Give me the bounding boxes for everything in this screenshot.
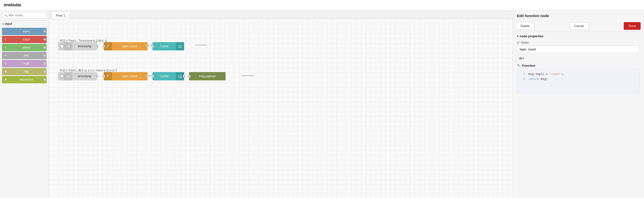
websocket-label: websocket [9,78,44,81]
port-http [44,70,46,73]
sidebar-node-catch[interactable]: !catch [2,36,46,43]
arrow-icon: ⇒ [64,42,72,50]
main-layout: 🔍 ▾ input →inject!catch!status⇌link)mqtt… [0,10,644,198]
function-section-label: 🔧 Function [517,64,640,67]
function-label-1: topic: count [112,44,148,48]
code-lines: 1msg.topic = "count";2return msg; [520,72,636,82]
canvas-node-msgpayload[interactable]: msg.payload [189,72,226,80]
port-link [44,54,46,57]
canvas-node-cache-1[interactable]: Cache 🗂 [152,42,184,50]
inject-icon: → [2,28,9,35]
code-line: 2return msg; [520,76,636,81]
right-port [183,75,186,78]
line-number: 1 [520,72,525,76]
tab-bar: Flow 1 [49,10,512,19]
sidebar: 🔍 ▾ input →inject!catch!status⇌link)mqtt… [0,10,49,198]
right-port [96,75,98,78]
line-content: return msg; [528,76,548,81]
arrow-icon: ⇒ [64,72,72,80]
chevron-down-icon: ▾ [2,23,4,25]
inject-label: inject [9,30,44,33]
done-button[interactable]: Done [624,22,640,30]
canvas-node-timestamp-1[interactable]: ⇒ timestamp [58,42,97,50]
line-content: msg.topic = "count"; [528,72,564,76]
right-port [146,45,149,48]
tag-icon: 🏷 [517,41,520,44]
sidebar-section-label: input [5,22,12,25]
msgpayload-label: msg.payload [189,74,226,78]
timestamp-label-1: timestamp [72,44,97,48]
http-label: http [9,70,44,73]
function-label-text: Function [522,64,536,67]
name-label-text: Name [521,41,529,44]
name-input[interactable] [517,45,640,53]
function-label-2: topic: count [112,74,148,78]
filter-input[interactable] [2,12,46,18]
right-panel: Edit function node Delete Done Cancel ▾ … [512,10,644,198]
rp-header: Edit function node [512,10,644,20]
icon-select-button[interactable]: ▤ ▾ [517,55,526,61]
right-port [146,75,149,78]
sidebar-node-mqtt[interactable]: )mqtt [2,60,46,67]
link-label: link [9,54,44,57]
rp-props-section: ▾ node properties 🏷 Name ▤ ▾ 🔧 Function … [512,32,644,96]
port-catch [44,38,46,41]
port-inject [44,30,46,33]
line-number: 2 [520,76,525,81]
canvas-area: Flow 1 特定のTopicにTimestampを記録する [49,10,512,198]
tab-flow1[interactable]: Flow 1 [52,12,69,19]
wrench-icon: 🔧 [517,64,521,67]
mqtt-label: mqtt [9,62,44,65]
port-websocket [44,78,46,81]
chevron-down-icon: ▾ [517,35,518,37]
code-editor[interactable]: 1msg.topic = "count";2return msg; [517,69,640,93]
cache-label-1: Cache [152,44,176,48]
app-logo: enebular [4,2,21,7]
cache-label-2: Cache [152,74,176,78]
link-icon: ⇌ [2,52,9,59]
canvas[interactable]: 特定のTopicにTimestampを記録する ⇒ timestamp f to… [49,19,512,198]
status-icon: ! [2,44,9,51]
http-icon: ✦ [2,68,9,75]
sidebar-node-http[interactable]: ✦http [2,68,46,75]
sidebar-node-status[interactable]: !status [2,44,46,51]
delete-button[interactable]: Delete [516,22,534,30]
tab-flow1-label: Flow 1 [56,14,65,17]
canvas-node-cache-2[interactable]: Cache 🗂 [152,72,184,80]
right-port [96,45,98,48]
canvas-node-timestamp-2[interactable]: ⇒ timestamp [58,72,97,80]
filter-wrap: 🔍 [0,10,48,21]
checkbox-icon[interactable] [60,44,64,48]
status-label: status [9,46,44,49]
node-properties-header[interactable]: ▾ node properties [517,34,640,38]
rp-actions: Delete Done Cancel [512,20,644,32]
port-status [44,46,46,49]
checkbox-icon[interactable] [60,74,64,78]
timestamp-label-2: timestamp [72,74,97,78]
name-field-label: 🏷 Name [517,41,640,44]
websocket-icon: ✦ [2,76,9,83]
sidebar-node-websocket[interactable]: ✦websocket [2,76,46,83]
port-mqtt [44,62,46,65]
node-properties-label: node properties [520,34,544,38]
sidebar-node-inject[interactable]: →inject [2,28,46,35]
catch-icon: ! [2,36,9,43]
topbar: enebular [0,0,644,10]
mqtt-icon: ) [2,60,9,67]
catch-label: catch [9,38,44,41]
cancel-button[interactable]: Cancel [570,22,589,30]
canvas-node-function-2[interactable]: f topic: count [104,72,148,80]
db-icon: 🗂 [176,42,184,50]
node-list: →inject!catch!status⇌link)mqtt✦http✦webs… [0,27,48,84]
sidebar-section-input[interactable]: ▾ input [0,21,48,27]
sidebar-node-link[interactable]: ⇌link [2,52,46,59]
code-line: 1msg.topic = "count"; [520,72,636,76]
canvas-node-function-1[interactable]: f topic: count [104,42,148,50]
